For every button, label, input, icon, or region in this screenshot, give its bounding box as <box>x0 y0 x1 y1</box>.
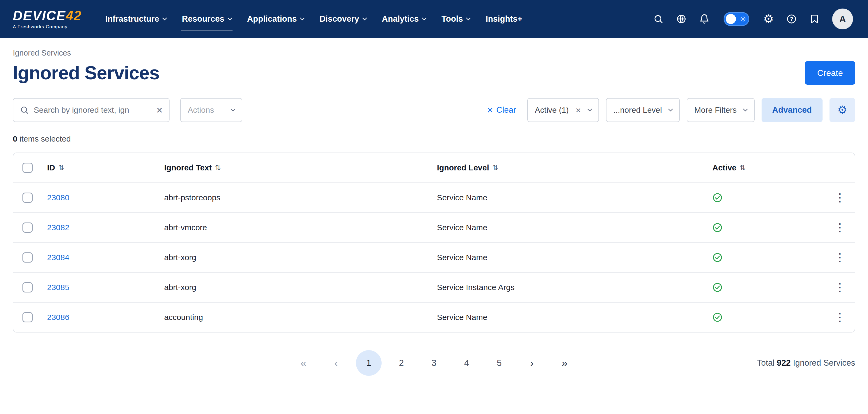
row-ignored-level: Service Name <box>437 223 487 232</box>
row-checkbox[interactable] <box>23 193 33 203</box>
nav-label: Tools <box>441 14 463 24</box>
nav-tools[interactable]: Tools <box>441 0 470 38</box>
svg-text:?: ? <box>790 16 794 22</box>
page-button-1[interactable]: 1 <box>356 350 381 376</box>
chevron-down-icon <box>162 15 167 20</box>
page-button-4[interactable]: 4 <box>454 350 479 376</box>
chevron-down-icon <box>668 107 673 111</box>
sort-icon[interactable]: ⇅ <box>58 164 64 172</box>
nav-discovery[interactable]: Discovery <box>319 0 366 38</box>
row-checkbox[interactable] <box>23 222 33 233</box>
title-row: Ignored Services Create <box>13 61 855 85</box>
nav-label: Insights+ <box>486 14 522 24</box>
user-avatar[interactable]: A <box>832 8 853 29</box>
logo-brand: DEVICE <box>13 8 66 23</box>
create-button[interactable]: Create <box>805 61 855 85</box>
more-filters-dropdown[interactable]: More Filters <box>687 98 754 122</box>
pager: « ‹ 1 2 3 4 5 › » <box>291 350 577 376</box>
first-page-button[interactable]: « <box>291 350 316 376</box>
gear-icon: ⚙ <box>837 104 847 116</box>
row-kebab-menu-icon[interactable]: ⋮ <box>834 252 845 263</box>
page-title: Ignored Services <box>13 62 159 83</box>
row-ignored-text: abrt-pstoreoops <box>164 193 220 202</box>
table-header-row: ID ⇅ Ignored Text ⇅ Ignored Level ⇅ Acti… <box>13 153 855 182</box>
row-kebab-menu-icon[interactable]: ⋮ <box>834 192 845 203</box>
page-button-5[interactable]: 5 <box>487 350 512 376</box>
navbar-actions: ⚙ ? A <box>653 8 853 29</box>
table-row: 23084 abrt-xorg Service Name ⋮ <box>13 242 855 272</box>
select-all-checkbox[interactable] <box>23 163 33 173</box>
row-checkbox[interactable] <box>23 282 33 292</box>
settings-gear-icon[interactable]: ⚙ <box>763 13 774 24</box>
sun-icon <box>740 16 746 22</box>
globe-icon[interactable] <box>676 13 687 24</box>
breadcrumb[interactable]: Ignored Services <box>13 48 855 58</box>
more-filters-label: More Filters <box>694 105 737 114</box>
toolbar: × Actions × Clear Active (1) × ...nored … <box>13 98 855 122</box>
search-input[interactable] <box>34 105 152 114</box>
row-checkbox[interactable] <box>23 312 33 322</box>
search-clear-icon[interactable]: × <box>156 105 163 115</box>
clear-label: Clear <box>496 105 516 115</box>
row-kebab-menu-icon[interactable]: ⋮ <box>834 222 845 233</box>
page-content: Ignored Services Ignored Services Create… <box>0 48 868 376</box>
col-header-ignored-level[interactable]: Ignored Level <box>437 163 489 172</box>
page-button-2[interactable]: 2 <box>389 350 414 376</box>
search-icon <box>20 105 29 114</box>
chevron-down-icon <box>300 15 305 20</box>
search-icon[interactable] <box>653 13 664 24</box>
page-button-3[interactable]: 3 <box>421 350 447 376</box>
last-page-button[interactable]: » <box>552 350 577 376</box>
ignored-level-dropdown[interactable]: ...nored Level <box>606 98 680 122</box>
remove-filter-icon[interactable]: × <box>576 105 581 114</box>
nav-applications[interactable]: Applications <box>247 0 304 38</box>
col-header-active[interactable]: Active <box>712 163 737 172</box>
col-header-id[interactable]: ID <box>47 163 55 172</box>
sort-icon[interactable]: ⇅ <box>215 164 221 172</box>
gear-glyph: ⚙ <box>763 13 774 25</box>
chevron-down-icon <box>422 15 427 20</box>
row-checkbox[interactable] <box>23 252 33 263</box>
sort-icon[interactable]: ⇅ <box>740 164 746 172</box>
clear-filters-button[interactable]: × Clear <box>487 105 516 115</box>
help-icon[interactable]: ? <box>786 13 797 24</box>
row-id-link[interactable]: 23080 <box>47 193 69 202</box>
nav-label: Resources <box>182 14 224 24</box>
table-row: 23085 abrt-xorg Service Instance Args ⋮ <box>13 272 855 302</box>
nav-resources[interactable]: Resources <box>182 0 231 38</box>
logo-subtitle: A Freshworks Company <box>13 25 82 29</box>
nav-insights-plus[interactable]: Insights+ <box>486 0 522 38</box>
toolbar-right: × Clear Active (1) × ...nored Level More… <box>487 98 855 122</box>
table-settings-button[interactable]: ⚙ <box>830 98 855 122</box>
total-prefix: Total <box>757 358 774 368</box>
logo-brand-42: 42 <box>66 8 82 23</box>
next-page-button[interactable]: › <box>519 350 545 376</box>
clear-x-icon: × <box>487 105 493 115</box>
chevron-down-icon <box>466 15 471 20</box>
bookmark-icon[interactable] <box>809 13 820 24</box>
row-id-link[interactable]: 23082 <box>47 223 69 232</box>
row-id-link[interactable]: 23086 <box>47 313 69 322</box>
sort-icon[interactable]: ⇅ <box>492 164 498 172</box>
total-number: 922 <box>777 358 791 368</box>
actions-dropdown[interactable]: Actions <box>180 98 242 122</box>
table-row: 23086 accounting Service Name ⋮ <box>13 302 855 332</box>
row-kebab-menu-icon[interactable]: ⋮ <box>834 282 845 293</box>
row-id-link[interactable]: 23084 <box>47 253 69 262</box>
nav-infrastructure[interactable]: Infrastructure <box>105 0 166 38</box>
nav-analytics[interactable]: Analytics <box>382 0 426 38</box>
col-header-ignored-text[interactable]: Ignored Text <box>164 163 212 172</box>
row-ignored-level: Service Name <box>437 193 487 202</box>
active-filter-chip[interactable]: Active (1) × <box>527 98 599 122</box>
chevron-down-icon <box>743 107 748 111</box>
theme-toggle[interactable] <box>723 12 749 26</box>
row-ignored-text: abrt-xorg <box>164 283 196 292</box>
previous-page-button[interactable]: ‹ <box>323 350 349 376</box>
table-row: 23082 abrt-vmcore Service Name ⋮ <box>13 212 855 242</box>
nav-label: Applications <box>247 14 297 24</box>
advanced-button[interactable]: Advanced <box>762 98 823 122</box>
row-id-link[interactable]: 23085 <box>47 283 69 292</box>
row-kebab-menu-icon[interactable]: ⋮ <box>834 312 845 323</box>
device42-logo[interactable]: DEVICE42 A Freshworks Company <box>13 9 82 29</box>
notifications-bell-icon[interactable] <box>699 13 710 24</box>
